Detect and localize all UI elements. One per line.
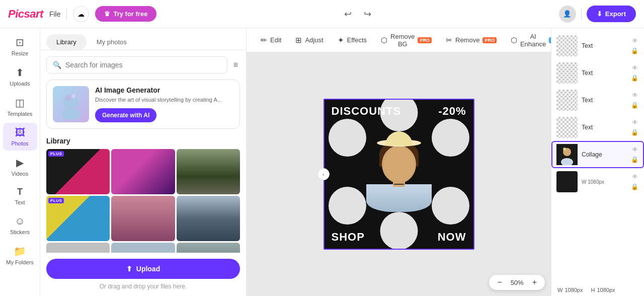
upload-icon: ⬆	[126, 265, 132, 273]
drag-drop-text: Or drag and drop your files here.	[46, 283, 240, 290]
download-icon: ⬇	[597, 10, 602, 18]
upload-button[interactable]: ⬆ Upload	[46, 259, 240, 279]
photo-item[interactable]: PLUS	[46, 149, 110, 194]
myfolders-icon: 📁	[14, 245, 26, 257]
panel-tabs: Library My photos	[40, 28, 246, 50]
edit-button[interactable]: ✏ Edit	[255, 33, 287, 48]
ai-enhance-button[interactable]: ⬡ AI Enhance NEW	[505, 30, 551, 51]
adjust-icon: ⊞	[295, 36, 302, 45]
layer-thumb	[556, 62, 578, 84]
layer-collage[interactable]: Collage 👁 🔒	[551, 141, 644, 168]
design-canvas[interactable]: DISCOUNTS -20%	[324, 99, 474, 250]
export-button[interactable]: ⬇ Export	[587, 6, 636, 22]
photo-item[interactable]	[111, 149, 175, 194]
adjust-button[interactable]: ⊞ Adjust	[289, 33, 329, 48]
ai-enhance-icon: ⬡	[511, 36, 517, 45]
remove-bg-button[interactable]: ⬡ Remove BG PRO	[375, 30, 438, 51]
canvas-flower	[344, 109, 454, 235]
tab-library[interactable]: Library	[46, 34, 87, 50]
layer-text-4[interactable]: Text 👁 🔒	[551, 114, 644, 141]
layer-icon-group: 👁 🔒	[630, 173, 639, 191]
layer-dimensions: W 1080px H 1080px	[551, 284, 644, 296]
layer-visibility-button[interactable]: 👁	[630, 173, 639, 181]
layer-visibility-button[interactable]: 👁	[630, 145, 639, 154]
sidebar-item-myfolders[interactable]: 📁 My Folders	[3, 241, 37, 269]
layer-name: Text	[582, 69, 626, 77]
cloud-button[interactable]: ☁	[73, 6, 89, 22]
sidebar-item-stickers[interactable]: ☺ Stickers	[3, 211, 37, 239]
sidebar-item-photos[interactable]: 🖼 Photos	[3, 123, 37, 151]
width-dimension: W 1080px	[557, 287, 583, 293]
sidebar-item-uploads-label: Uploads	[10, 81, 30, 87]
remove-button[interactable]: ✂ Remove PRO	[440, 33, 503, 48]
upload-icon: ⬆	[16, 66, 24, 79]
search-area: 🔍 ≡	[40, 50, 246, 80]
filter-button[interactable]: ≡	[231, 58, 240, 71]
try-free-button[interactable]: ♛ Try for free	[95, 6, 156, 22]
canvas-shop-text: SHOP	[332, 231, 365, 244]
layer-lock-button[interactable]: 🔒	[630, 156, 639, 164]
panel-collapse-arrow[interactable]: ‹	[317, 168, 330, 180]
avatar-button[interactable]: 👤	[559, 6, 576, 23]
sidebar-item-resize-label: Resize	[12, 50, 29, 56]
layer-icon-group: 👁 🔒	[630, 64, 639, 82]
ai-promo-title: AI Image Generator	[95, 86, 233, 94]
zoom-out-button[interactable]: −	[495, 277, 504, 288]
ai-promo-card: AI Image Generator Discover the art of v…	[46, 80, 240, 129]
photo-item[interactable]	[177, 149, 240, 194]
sidebar-item-videos[interactable]: ▶ Videos	[3, 153, 37, 181]
right-panel: Text 👁 🔒 Text 👁 🔒 Text 👁 �	[551, 28, 644, 296]
tab-myphotos[interactable]: My photos	[87, 34, 137, 50]
sidebar-item-text-label: Text	[15, 199, 25, 205]
sidebar-item-uploads[interactable]: ⬆ Uploads	[3, 62, 37, 91]
sidebar-item-resize[interactable]: ⊡ Resize	[3, 32, 37, 60]
layer-background[interactable]: W 1080px 👁 🔒	[551, 168, 644, 195]
generate-ai-button[interactable]: Generate with AI	[95, 108, 156, 122]
search-icon: 🔍	[53, 61, 61, 69]
upload-area: ⬆ Upload Or drag and drop your files her…	[40, 253, 246, 296]
layer-thumb	[556, 144, 578, 165]
layer-icon-group: 👁 🔒	[630, 91, 639, 109]
photo-item[interactable]	[111, 243, 175, 253]
layer-lock-button[interactable]: 🔒	[630, 128, 639, 136]
zoom-in-button[interactable]: +	[530, 277, 539, 288]
canvas-wrapper: ‹ DISCOUNTS -20%	[324, 99, 474, 250]
search-input[interactable]	[65, 61, 221, 69]
photo-item[interactable]: PLUS	[46, 196, 110, 241]
library-section-label: Library	[40, 135, 246, 149]
topbar-right: 👤 ⬇ Export	[559, 6, 636, 23]
layer-lock-button[interactable]: 🔒	[630, 74, 639, 82]
layer-lock-button[interactable]: 🔒	[630, 101, 639, 109]
sidebar-item-templates[interactable]: ◫ Templates	[3, 93, 37, 121]
height-label: H	[591, 287, 595, 293]
photo-item[interactable]	[177, 196, 240, 241]
layer-visibility-button[interactable]: 👁	[630, 91, 639, 99]
file-menu[interactable]: File	[49, 10, 61, 18]
layer-thumb	[556, 171, 578, 192]
layer-text-2[interactable]: Text 👁 🔒	[551, 59, 644, 87]
width-value: 1080px	[565, 287, 583, 293]
effects-button[interactable]: ✦ Effects	[332, 33, 373, 48]
layer-text-1[interactable]: Text 👁 🔒	[551, 32, 644, 59]
plus-badge: PLUS	[48, 151, 64, 157]
photo-item[interactable]	[177, 243, 240, 253]
app-logo[interactable]: Picsart	[8, 8, 43, 21]
layer-name: Text	[582, 124, 626, 131]
layer-lock-button[interactable]: 🔒	[630, 183, 639, 191]
redo-button[interactable]: ↪	[362, 7, 373, 22]
undo-button[interactable]: ↩	[342, 7, 354, 22]
sidebar-item-text[interactable]: T Text	[3, 183, 37, 209]
stickers-icon: ☺	[15, 215, 25, 227]
left-sidebar: ⊡ Resize ⬆ Uploads ◫ Templates 🖼 Photos …	[0, 28, 40, 296]
sidebar-item-stickers-label: Stickers	[10, 229, 30, 235]
layer-lock-button[interactable]: 🔒	[630, 47, 639, 55]
photo-item[interactable]	[111, 196, 175, 241]
layer-visibility-button[interactable]: 👁	[630, 118, 639, 126]
layer-text-3[interactable]: Text 👁 🔒	[551, 87, 644, 114]
layers-list: Text 👁 🔒 Text 👁 🔒 Text 👁 �	[551, 28, 644, 284]
layer-visibility-button[interactable]: 👁	[630, 64, 639, 72]
layer-visibility-button[interactable]: 👁	[630, 37, 639, 45]
layer-thumb	[556, 117, 578, 138]
photo-item[interactable]	[46, 243, 110, 253]
canvas-toolbar: ✏ Edit ⊞ Adjust ✦ Effects ⬡ Remove BG PR…	[247, 28, 551, 52]
